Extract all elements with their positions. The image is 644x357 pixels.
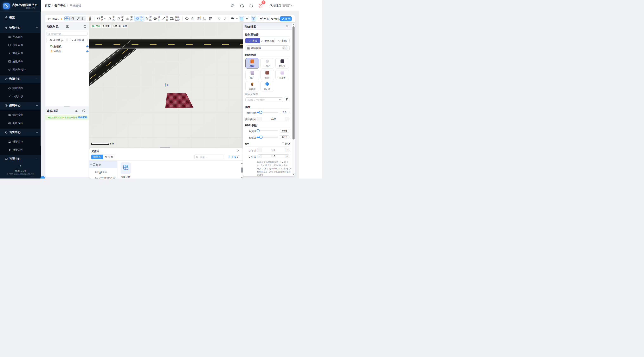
svg-text:5 m: 5 m xyxy=(110,142,114,145)
svg-text:0: 0 xyxy=(167,84,168,86)
